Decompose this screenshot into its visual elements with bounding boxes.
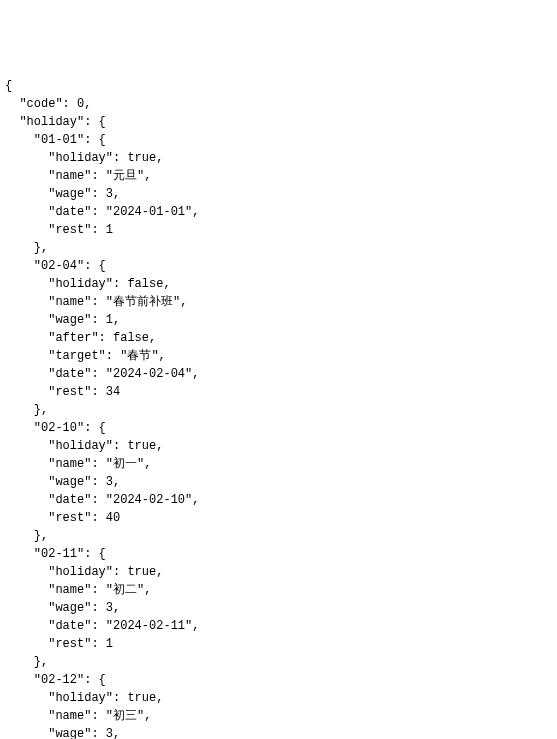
json-text-content: { "code": 0, "holiday": { "01-01": { "ho… [5, 77, 552, 739]
